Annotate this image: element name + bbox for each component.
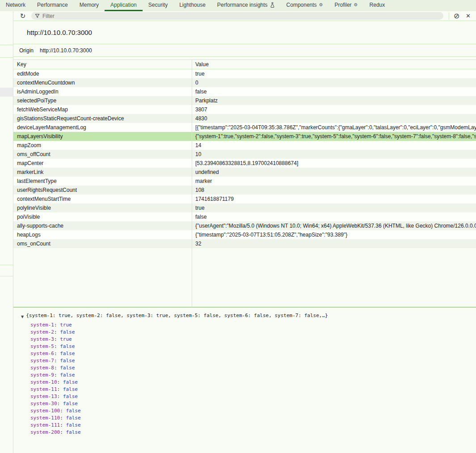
table-row[interactable]: lastElementTypemarker (13, 177, 476, 186)
row-value[interactable]: [{"timestamp":"2025-03-04T09:35:38.786Z"… (192, 123, 476, 132)
sidebar-selected-item[interactable] (0, 88, 13, 97)
row-key[interactable]: selectedPoiType (13, 96, 192, 105)
row-key[interactable]: mapCenter (13, 159, 192, 168)
row-value[interactable]: false (192, 212, 476, 221)
row-key[interactable]: poiVisible (13, 212, 192, 221)
row-value[interactable]: true (192, 203, 476, 212)
row-key[interactable]: markerLink (13, 168, 192, 177)
tab-redux[interactable]: Redux (364, 0, 391, 11)
clear-all-icon[interactable]: ⊘ (454, 13, 459, 20)
row-value[interactable]: {"system-1":true,"system-2":false,"syste… (192, 132, 476, 141)
table-row[interactable]: mapLayersVisibility{"system-1":true,"sys… (13, 132, 476, 141)
table-row[interactable]: oms_onCount32 (13, 239, 476, 248)
table-row[interactable]: contextMenuStartTime1741618871179 (13, 195, 476, 203)
row-key[interactable]: fetchWebServiceMap (13, 105, 192, 114)
row-key[interactable]: userRightsRequestCount (13, 186, 192, 195)
funnel-icon (35, 13, 40, 18)
preview-entry: system-100: false (30, 407, 476, 415)
preview-summary-row[interactable]: ▼ {system-1: true, system-2: false, syst… (21, 312, 476, 320)
row-value[interactable]: undefined (192, 168, 476, 177)
sidebar-strip[interactable] (0, 11, 13, 453)
tab-memory[interactable]: Memory (74, 0, 105, 11)
row-key[interactable]: mapZoom (13, 141, 192, 150)
sidebar-separator (0, 45, 13, 45)
row-key[interactable]: oms_onCount (13, 239, 192, 248)
table-row[interactable]: deviceLayerManagementLog[{"timestamp":"2… (13, 123, 476, 132)
table-row[interactable]: oms_offCount10 (13, 150, 476, 159)
row-value[interactable]: marker (192, 177, 476, 186)
table-row[interactable]: markerLinkundefined (13, 168, 476, 177)
tab-security[interactable]: Security (143, 0, 173, 11)
row-value[interactable]: 32 (192, 239, 476, 248)
table-row[interactable]: heapLogs{"timestamp":"2025-03-07T13:51:0… (13, 230, 476, 239)
row-key[interactable]: deviceLayerManagementLog (13, 123, 192, 132)
table-row[interactable]: fetchWebServiceMap3807 (13, 105, 476, 114)
row-value[interactable]: false (192, 87, 476, 96)
storage-toolbar: ↻ ⊘ ✕ (13, 11, 476, 21)
tab-performance-insights[interactable]: Performance insights (211, 0, 281, 11)
row-key[interactable]: heapLogs (13, 230, 192, 239)
row-value[interactable]: 3807 (192, 105, 476, 114)
row-key[interactable]: lastElementType (13, 177, 192, 186)
row-value[interactable]: 14 (192, 141, 476, 150)
entry-separator: : (54, 372, 60, 378)
table-row[interactable]: mapCenter[53.23940863328815,8.1970024108… (13, 159, 476, 168)
chevron-down-icon[interactable]: ▼ (21, 313, 24, 320)
row-value[interactable]: true (192, 69, 476, 78)
delete-selected-icon[interactable]: ✕ (466, 13, 471, 19)
row-value[interactable]: Parkplatz (192, 96, 476, 105)
row-value[interactable]: 0 (192, 78, 476, 87)
tab-application[interactable]: Application (105, 0, 143, 11)
preview-entry: system-10: false (30, 379, 476, 386)
preview-entry: system-110: false (30, 415, 476, 422)
table-header-row: Key Value (13, 60, 476, 69)
row-key[interactable]: oms_offCount (13, 150, 192, 159)
entry-key: system-30 (30, 401, 57, 406)
row-value[interactable]: 1741618871179 (192, 195, 476, 203)
row-key[interactable]: isAdminLoggedIn (13, 87, 192, 96)
entry-separator: : (54, 322, 60, 328)
row-value[interactable]: 10 (192, 150, 476, 159)
tab-components[interactable]: Components⚙ (281, 0, 329, 11)
table-row[interactable]: gisStationsStaticRequestCount-createDevi… (13, 114, 476, 123)
filter-input[interactable] (42, 13, 440, 19)
table-row[interactable]: isAdminLoggedInfalse (13, 87, 476, 96)
table-row[interactable]: mapZoom14 (13, 141, 476, 150)
entry-key: system-2 (30, 329, 54, 335)
table-row[interactable]: contextMenuCountdown0 (13, 78, 476, 87)
preview-entry: system-8: false (30, 364, 476, 372)
table-row[interactable]: polylineVisibletrue (13, 203, 476, 212)
value-column-header[interactable]: Value (192, 60, 476, 69)
table-row[interactable]: selectedPoiTypeParkplatz (13, 96, 476, 105)
table-row[interactable]: ally-supports-cache{"userAgent":"Mozilla… (13, 221, 476, 230)
row-key[interactable]: gisStationsStaticRequestCount-createDevi… (13, 114, 192, 123)
row-key[interactable]: contextMenuStartTime (13, 195, 192, 203)
refresh-icon[interactable]: ↻ (18, 13, 28, 19)
preview-entry: system-11: false (30, 386, 476, 393)
row-key[interactable]: polylineVisible (13, 203, 192, 212)
tab-label: Components (286, 2, 317, 8)
row-key[interactable]: contextMenuCountdown (13, 78, 192, 87)
tab-profiler[interactable]: Profiler⚙ (329, 0, 364, 11)
flask-icon (270, 2, 275, 8)
row-value[interactable]: {"timestamp":"2025-03-07T13:51:05.208Z",… (192, 230, 476, 239)
tab-performance[interactable]: Performance (31, 0, 74, 11)
row-key[interactable]: ally-supports-cache (13, 221, 192, 230)
filter-box[interactable] (31, 12, 443, 20)
table-row[interactable]: poiVisiblefalse (13, 212, 476, 221)
table-row[interactable]: editModetrue (13, 69, 476, 78)
entry-key: system-9 (30, 372, 54, 378)
row-value[interactable]: 4830 (192, 114, 476, 123)
row-value[interactable]: [53.23940863328815,8.197002410888674] (192, 159, 476, 168)
gear-icon: ⚙ (319, 3, 323, 7)
table-row[interactable]: userRightsRequestCount108 (13, 186, 476, 195)
row-key[interactable]: editMode (13, 69, 192, 78)
tab-lighthouse[interactable]: Lighthouse (173, 0, 211, 11)
row-value[interactable]: 108 (192, 186, 476, 195)
row-value[interactable]: {"userAgent":"Mozilla/5.0 (Windows NT 10… (192, 221, 476, 230)
key-column-header[interactable]: Key (13, 60, 192, 69)
tab-label: Profiler (335, 2, 352, 8)
tab-network[interactable]: Network (0, 0, 31, 11)
row-key[interactable]: mapLayersVisibility (13, 132, 192, 141)
preview-entry: system-1: true (30, 322, 476, 329)
